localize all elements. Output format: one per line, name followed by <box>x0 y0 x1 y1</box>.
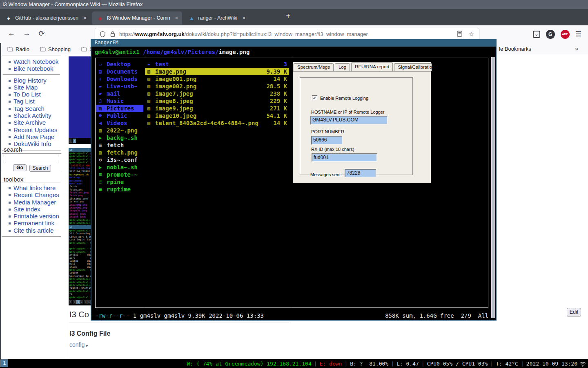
account-avatar[interactable]: G <box>546 30 555 39</box>
file-row[interactable]: ▨ image9.jpeg 271 K <box>145 105 289 112</box>
file-row[interactable]: ▰ test 3 <box>145 61 289 68</box>
file-row[interactable]: ▨ telent_8403a2cd-4c46-4884~.png 14 K <box>145 119 289 127</box>
bullet-icon <box>9 215 11 218</box>
hamburger-menu-icon[interactable]: ☰ <box>575 30 581 38</box>
file-row[interactable]: ≡ rpine <box>96 178 143 186</box>
file-row[interactable]: ▨ image001.png 14 K <box>145 75 289 83</box>
status-segment: CPU0 05% / CPU1 03% <box>419 361 488 367</box>
toolbox-link[interactable]: Site index <box>2 206 61 213</box>
dialog-tab: REU/RNA report <box>351 62 393 71</box>
bookmark-label-partial[interactable]: le Bookmarks <box>499 46 531 52</box>
file-row[interactable]: ▰ Live-usb~ <box>96 83 143 90</box>
tab-close-icon[interactable]: × <box>242 15 245 21</box>
new-tab-button[interactable]: + <box>286 11 291 21</box>
reader-mode-icon[interactable] <box>457 31 462 38</box>
file-name: fetch.png <box>107 149 138 156</box>
sidebar-link[interactable]: Watch Notebook <box>2 58 61 65</box>
search-button[interactable]: Search <box>29 165 51 172</box>
sidebar-link[interactable]: Shack Activity <box>2 112 61 119</box>
config-fold-link[interactable]: config ▸ <box>69 341 88 348</box>
messages-sent-label: Messages sent: <box>310 172 342 177</box>
edit-button[interactable]: Edit <box>567 308 581 316</box>
file-row[interactable]: ≡ fetch <box>96 141 143 149</box>
browser-tab[interactable]: ◈ I3 Window Manager - Comm × <box>92 11 182 25</box>
shield-icon[interactable] <box>100 31 105 37</box>
file-row[interactable]: ▨ 2022~.png <box>96 127 143 134</box>
sidebar-link[interactable]: Bike Notebook <box>2 65 61 72</box>
file-name: test <box>155 61 169 68</box>
file-row[interactable]: ♫ Music <box>96 97 143 105</box>
file-row[interactable]: ▶ nobla~.sh <box>96 164 143 171</box>
terminal-line <box>69 244 91 247</box>
url-text[interactable]: https://www.gm4slv.org.uk/dokuwiki/doku.… <box>119 31 368 37</box>
adblock-icon[interactable]: ABP <box>561 30 570 39</box>
toolbox-link[interactable]: Recent Changes <box>2 191 61 198</box>
sidebar-link[interactable]: Blog History <box>2 77 61 84</box>
terminal-line: aprs u <box>69 256 91 259</box>
sidebar-link[interactable]: Site Map <box>2 84 61 91</box>
dialog-body: ✔ Enable Remote Logging HOSTNAME or IP o… <box>293 71 431 183</box>
wifi-tray-icon[interactable] <box>579 361 586 368</box>
sidebar-link[interactable]: Recent Updates <box>2 126 61 133</box>
file-row[interactable]: ▨ image002.png 28.5 K <box>145 83 289 90</box>
window-title: I3 Window Manager - Commonplace Wiki — M… <box>2 1 143 7</box>
tab-close-icon[interactable]: × <box>175 15 178 21</box>
sidebar-link[interactable]: Add New Page <box>2 133 61 140</box>
file-row[interactable]: ≡ ruptime <box>96 186 143 193</box>
terminal-line: ^C <box>69 292 91 295</box>
bookmark-folder[interactable]: Shopping <box>40 46 71 52</box>
file-row[interactable]: ▨ image7.jpeg 238 K <box>145 90 289 97</box>
terminal-line: fetch.ans <box>69 188 91 191</box>
toolbox-link[interactable]: Permanent link <box>2 220 61 227</box>
back-button[interactable]: ← <box>6 29 17 38</box>
browser-tab[interactable]: ● GitHub - alexanderjeurissen × <box>1 11 91 25</box>
forward-button[interactable]: → <box>21 29 32 38</box>
ranger-window-titlebar[interactable]: RangerFM <box>91 39 497 47</box>
file-row[interactable]: ▰ mail <box>96 90 143 97</box>
file-row[interactable]: ▨ image10.jpeg 54.1 K <box>145 112 289 119</box>
file-row[interactable]: ▨ fetch.png <box>96 149 143 156</box>
file-row[interactable]: ▨ Pictures <box>96 105 143 112</box>
bookmark-folder[interactable]: Radio <box>7 46 29 52</box>
file-row[interactable]: ☻ Public <box>96 112 143 119</box>
file-row[interactable]: ⚙ i3s~.conf <box>96 156 143 164</box>
tab-favicon: ◈ <box>96 15 104 21</box>
go-button[interactable]: Go <box>13 164 27 171</box>
file-row[interactable]: ▶ backg~.sh <box>96 134 143 141</box>
file-row[interactable]: ▨ image.png 9.39 K <box>145 68 289 75</box>
window-titlebar: I3 Window Manager - Commonplace Wiki — M… <box>0 0 588 9</box>
file-row[interactable]: ◀ Videos <box>96 119 143 127</box>
file-row[interactable]: ≡ promote-~ <box>96 171 143 178</box>
bookmarks-overflow-chevron[interactable]: » <box>575 45 577 52</box>
file-name: Downloads <box>107 75 138 83</box>
file-type-icon: ≡ <box>99 171 107 178</box>
sidebar-link[interactable]: To Do List <box>2 91 61 98</box>
workspace-badge[interactable]: 1 <box>0 359 8 367</box>
browser-tab[interactable]: ▲ ranger - ArchWiki × <box>184 11 249 25</box>
url-bar[interactable]: https://www.gm4slv.org.uk/dokuwiki/doku.… <box>95 28 479 40</box>
file-row[interactable]: ▨ image8.jpeg 229 K <box>145 97 289 105</box>
file-row[interactable]: ▤ Documents <box>96 68 143 75</box>
lock-icon[interactable] <box>110 31 115 37</box>
file-name: image7.jpeg <box>155 90 193 97</box>
sidebar-link[interactable]: Site Archive <box>2 119 61 126</box>
workspace-mini-badge: 2 <box>73 139 76 143</box>
bookmark-star-icon[interactable]: ☆ <box>469 31 474 38</box>
toolbox-link[interactable]: What links here <box>2 184 61 191</box>
file-row[interactable]: ⇩ Downloads <box>96 75 143 83</box>
ranger-window: RangerFM gm4slv@antix1 /home/gm4slv/Pict… <box>91 39 497 321</box>
sidebar-link[interactable]: Tag Search <box>2 105 61 112</box>
tab-close-icon[interactable]: × <box>83 15 87 21</box>
toolbox-link[interactable]: Cite this article <box>2 227 61 234</box>
toolbox-link[interactable]: Printable version <box>2 213 61 220</box>
search-input[interactable] <box>5 156 57 163</box>
bullet-icon <box>9 108 11 110</box>
reload-button[interactable]: ⟳ <box>36 29 47 38</box>
ranger-scrollbar[interactable] <box>491 57 495 318</box>
terminal-line: Last login: Sat <box>69 238 91 241</box>
pocket-icon[interactable]: ⌄ <box>533 31 540 38</box>
sidebar-link[interactable]: Tag List <box>2 98 61 105</box>
toolbox-link[interactable]: Media Manager <box>2 199 61 206</box>
file-row[interactable]: ▭ Desktop <box>96 61 143 68</box>
ranger-path-line: gm4slv@antix1 /home/gm4slv/Pictures/imag… <box>95 49 249 55</box>
